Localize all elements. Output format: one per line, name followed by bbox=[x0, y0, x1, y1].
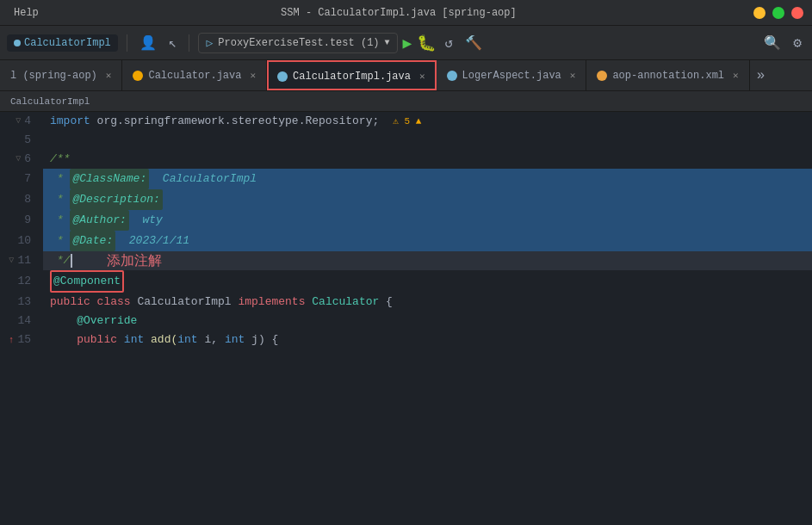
line-number-15: ↑ 15 bbox=[0, 330, 43, 349]
tab-file-icon bbox=[133, 71, 143, 81]
line-num-text: 13 bbox=[17, 293, 31, 312]
line-content-14: @Override bbox=[43, 312, 812, 330]
minimize-button[interactable]: — bbox=[753, 7, 766, 19]
line-num-text: 14 bbox=[17, 312, 31, 330]
line-num-text: 8 bbox=[24, 190, 31, 209]
code-line-14: 14 @Override bbox=[0, 312, 812, 330]
line-number-4: ▽ 4 bbox=[0, 112, 43, 131]
line-number-9: 9 bbox=[0, 210, 43, 231]
window-title: SSM - CalculatorImpl.java [spring-aop] bbox=[54, 7, 743, 19]
tab-overflow-button[interactable]: » bbox=[750, 60, 772, 90]
code-area[interactable]: ▽ 4 import org.springframework.stereotyp… bbox=[0, 112, 812, 525]
line-content-6: /** bbox=[43, 150, 812, 169]
token: org.springframework.stereotype.Repositor… bbox=[97, 112, 373, 131]
tab-label: l (spring-aop) bbox=[10, 70, 97, 82]
separator bbox=[127, 34, 127, 52]
debug-button[interactable]: 🐛 bbox=[417, 34, 436, 52]
dropdown-arrow-icon: ▼ bbox=[385, 38, 390, 47]
tab-label: aop-annotation.xml bbox=[612, 70, 724, 82]
line-number-8: 8 bbox=[0, 189, 43, 210]
token: import bbox=[50, 112, 97, 131]
code-line-6: ▽ 6 /** bbox=[0, 150, 812, 169]
tab-calculator-java[interactable]: Calculator.java ✕ bbox=[122, 60, 267, 90]
token: * bbox=[50, 190, 70, 209]
token: CalculatorImpl bbox=[149, 170, 257, 188]
line-num-text: 4 bbox=[24, 112, 31, 131]
tab-label: LogerAspect.java bbox=[462, 70, 561, 82]
tab-label: Calculator.java bbox=[148, 70, 241, 82]
gear-icon[interactable]: ⚙ bbox=[790, 31, 805, 55]
fold-icon-4[interactable]: ▽ bbox=[12, 112, 21, 131]
token: @ClassName: bbox=[70, 169, 149, 189]
line-number-10: 10 bbox=[0, 231, 43, 251]
code-line-15: ↑ 15 public int add(int i, int j) { bbox=[0, 330, 812, 349]
line-content-8: * @Description: bbox=[43, 189, 812, 210]
maximize-button[interactable]: □ bbox=[772, 7, 784, 19]
build-icon[interactable]: 🔨 bbox=[462, 31, 486, 55]
line-content-10: * @Date: 2023/1/11 bbox=[43, 231, 812, 251]
line-number-14: 14 bbox=[0, 312, 43, 330]
tab-close-icon[interactable]: ✕ bbox=[570, 70, 576, 81]
cursor-icon[interactable]: ↖ bbox=[165, 31, 181, 55]
menu-help[interactable]: Help bbox=[9, 5, 44, 21]
title-bar: Help SSM - CalculatorImpl.java [spring-a… bbox=[0, 0, 812, 26]
tab-close-icon[interactable]: ✕ bbox=[106, 70, 112, 81]
fold-icon-6[interactable]: ▽ bbox=[12, 150, 21, 169]
token: int bbox=[225, 330, 251, 349]
token: add( bbox=[151, 330, 177, 349]
token: implements bbox=[238, 293, 312, 312]
line-num-text: 5 bbox=[24, 131, 31, 150]
window-controls: — □ ✕ bbox=[753, 7, 803, 19]
line-num-text: 12 bbox=[17, 272, 31, 291]
tab-aop-annotation-xml[interactable]: aop-annotation.xml ✕ bbox=[586, 60, 749, 90]
fold-icon-11[interactable]: ▽ bbox=[5, 251, 14, 270]
line-number-12: 12 bbox=[0, 270, 43, 293]
code-line-11: ▽ 11 */ 添加注解 bbox=[0, 251, 812, 270]
code-line-12: 12 @Component bbox=[0, 270, 812, 293]
token: Calculator bbox=[312, 293, 386, 312]
error-up-icon: ↑ bbox=[9, 330, 15, 349]
token: * bbox=[50, 211, 70, 230]
run-config-icon: ▷ bbox=[206, 36, 213, 50]
run-button[interactable]: ▶ bbox=[403, 34, 412, 52]
line-content-4: import org.springframework.stereotype.Re… bbox=[43, 112, 812, 131]
token: class bbox=[97, 293, 138, 312]
token: ; bbox=[372, 112, 379, 131]
tab-spring-aop[interactable]: l (spring-aop) ✕ bbox=[0, 60, 122, 90]
tab-label: CalculatorImpl.java bbox=[293, 71, 411, 83]
tab-file-icon bbox=[447, 71, 457, 81]
tab-file-icon bbox=[597, 71, 607, 81]
token: 2023/1/11 bbox=[115, 232, 189, 250]
search-icon[interactable]: 🔍 bbox=[760, 31, 784, 55]
tab-close-icon[interactable]: ✕ bbox=[419, 71, 425, 82]
token: */ bbox=[50, 251, 70, 270]
code-line-4: ▽ 4 import org.springframework.stereotyp… bbox=[0, 112, 812, 131]
users-icon[interactable]: 👤 bbox=[136, 31, 160, 55]
line-num-text: 10 bbox=[17, 232, 31, 250]
token: i, bbox=[204, 330, 224, 349]
file-label-text: CalculatorImpl bbox=[24, 37, 111, 49]
token: @Description: bbox=[70, 189, 162, 210]
tab-close-icon[interactable]: ✕ bbox=[733, 70, 739, 81]
code-line-9: 9 * @Author: wty bbox=[0, 210, 812, 231]
line-content-11: */ 添加注解 bbox=[43, 251, 812, 270]
toolbar-right: 🔍 ⚙ bbox=[760, 31, 805, 55]
token: * bbox=[50, 170, 70, 188]
close-button[interactable]: ✕ bbox=[791, 7, 803, 19]
tab-logeraspect-java[interactable]: LogerAspect.java ✕ bbox=[437, 60, 587, 90]
code-line-8: 8 * @Description: bbox=[0, 189, 812, 210]
editor: CalculatorImpl ▽ 4 import org.springfram… bbox=[0, 91, 812, 525]
current-file-label: CalculatorImpl bbox=[7, 34, 118, 52]
line-num-text: 6 bbox=[24, 150, 31, 169]
token: @Override bbox=[50, 312, 137, 330]
run-config-dropdown[interactable]: ▷ ProxyExerciseTest.test (1) ▼ bbox=[198, 33, 397, 53]
reload-icon[interactable]: ↺ bbox=[441, 31, 456, 55]
tab-calculatorimpl-java[interactable]: CalculatorImpl.java ✕ bbox=[267, 60, 436, 90]
line-content-15: public int add(int i, int j) { bbox=[43, 330, 812, 349]
tab-close-icon[interactable]: ✕ bbox=[250, 70, 256, 81]
tabs-bar: l (spring-aop) ✕ Calculator.java ✕ Calcu… bbox=[0, 60, 812, 91]
line-number-6: ▽ 6 bbox=[0, 150, 43, 169]
line-content-13: public class CalculatorImpl implements C… bbox=[43, 293, 812, 312]
line-number-7: 7 bbox=[0, 169, 43, 189]
token: int bbox=[177, 330, 204, 349]
